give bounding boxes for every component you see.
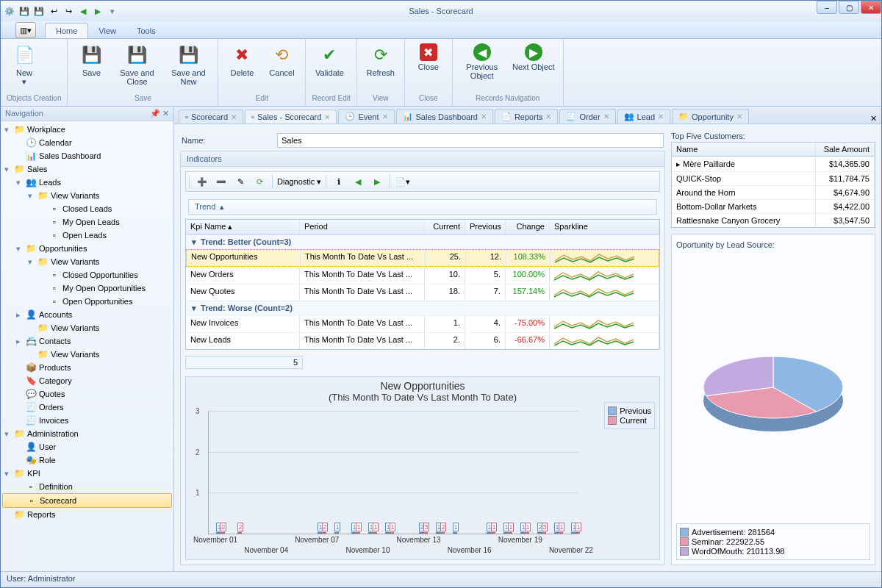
doc-tab[interactable]: ▫Scorecard✕ xyxy=(179,110,243,123)
save-button[interactable]: 💾Save xyxy=(74,42,109,77)
kpi-grid[interactable]: Kpi Name ▴PeriodCurrentPreviousChangeSpa… xyxy=(185,219,660,350)
redo-icon[interactable]: ↪ xyxy=(62,5,74,17)
close-window-button[interactable]: ✕ xyxy=(861,1,881,14)
qat-dropdown-icon[interactable]: ▾ xyxy=(107,5,118,17)
close-icon[interactable]: ✕ xyxy=(658,112,664,121)
prev-record-icon[interactable]: ◀ xyxy=(350,173,366,190)
customer-row[interactable]: Bottom-Dollar Markets$4,422.00 xyxy=(672,199,875,213)
group-by-header[interactable]: Trend ▴ xyxy=(188,199,657,215)
doc-tab[interactable]: 📁Opportunity✕ xyxy=(672,109,749,123)
tab-tools[interactable]: Tools xyxy=(126,24,166,38)
nav-item[interactable]: 📊Sales Dashboard xyxy=(2,149,172,162)
export-icon[interactable]: 📄▾ xyxy=(395,173,411,190)
refresh-button[interactable]: ⟳Refresh xyxy=(363,42,398,77)
ribbon: 📄New▾ Objects Creation 💾Save 💾Save and C… xyxy=(1,39,881,107)
name-input[interactable] xyxy=(277,133,664,148)
close-button[interactable]: ✖Close xyxy=(411,42,446,71)
close-icon[interactable]: ✕ xyxy=(545,112,551,121)
nav-item[interactable]: ▫Closed Leads xyxy=(2,202,172,215)
kpi-row[interactable]: New Opportunities This Month To Date Vs … xyxy=(186,249,659,267)
kpi-row[interactable]: New Orders This Month To Date Vs Last ..… xyxy=(186,267,659,284)
doc-tab[interactable]: 📄Reports✕ xyxy=(495,109,559,123)
nav-item[interactable]: ▾👥Leads xyxy=(2,176,172,189)
nav-item[interactable]: ▾📁Opportunities xyxy=(2,242,172,255)
customer-row[interactable]: ▸ Mère Paillarde$14,365.90 xyxy=(672,157,875,171)
info-icon[interactable]: ℹ xyxy=(331,173,347,190)
nav-item[interactable]: ▾📁Workplace xyxy=(2,123,172,136)
nav-item[interactable]: 📁View Variants xyxy=(2,321,172,334)
app-menu-button[interactable]: ▥▾ xyxy=(15,22,36,38)
nav-item[interactable]: 📦Products xyxy=(2,361,172,374)
tab-view[interactable]: View xyxy=(88,24,126,38)
doc-tab[interactable]: 👥Lead✕ xyxy=(617,109,670,123)
nav-item[interactable]: ▫Definition xyxy=(2,480,172,493)
customer-row[interactable]: QUICK-Stop$11,784.75 xyxy=(672,171,875,185)
doc-tab[interactable]: ▫Sales - Scorecard✕ xyxy=(245,110,337,123)
nav-item[interactable]: 🕒Calendar xyxy=(2,136,172,149)
next-object-button[interactable]: ▶Next Object xyxy=(510,42,557,71)
doc-tab[interactable]: 📊Sales Dashboard✕ xyxy=(396,109,493,123)
kpi-row[interactable]: New Leads This Month To Date Vs Last ...… xyxy=(186,332,659,349)
cancel-button[interactable]: ⟲Cancel xyxy=(264,42,299,77)
nav-item[interactable]: ▫Scorecard xyxy=(2,493,172,508)
navigation-tree[interactable]: ▾📁Workplace🕒Calendar📊Sales Dashboard▾📁Sa… xyxy=(1,121,173,571)
save-new-button[interactable]: 💾Save and New xyxy=(165,42,212,86)
edit-icon[interactable]: ✎ xyxy=(232,173,248,190)
nav-item[interactable]: ▫Open Opportunities xyxy=(2,295,172,308)
doc-tab[interactable]: 🧾Order✕ xyxy=(559,109,615,123)
close-icon[interactable]: ✕ xyxy=(603,112,609,121)
nav-item[interactable]: 💬Quotes xyxy=(2,387,172,401)
nav-item[interactable]: ▾📁KPI xyxy=(2,467,172,480)
undo-icon[interactable]: ↩ xyxy=(48,5,60,17)
close-icon[interactable]: ✕ xyxy=(481,112,487,121)
close-icon[interactable]: ✕ xyxy=(382,112,388,121)
nav-item[interactable]: 📁Reports xyxy=(2,508,172,521)
kpi-row[interactable]: New Quotes This Month To Date Vs Last ..… xyxy=(186,284,659,301)
add-icon[interactable]: ➕ xyxy=(194,173,210,190)
prev-icon[interactable]: ◀ xyxy=(77,5,89,17)
save-close-button[interactable]: 💾Save and Close xyxy=(113,42,160,86)
remove-icon[interactable]: ➖ xyxy=(213,173,229,190)
nav-item[interactable]: 👤User xyxy=(2,440,172,453)
nav-item[interactable]: ▫Closed Opportunities xyxy=(2,268,172,282)
nav-item[interactable]: 🎭Role xyxy=(2,453,172,467)
nav-item[interactable]: ▾📁Administration xyxy=(2,427,172,440)
nav-item[interactable]: 🔖Category xyxy=(2,374,172,387)
chart-legend: Previous Current xyxy=(604,402,655,429)
nav-item[interactable]: ▫My Open Opportunities xyxy=(2,282,172,295)
pin-icon[interactable]: 📌 ✕ xyxy=(150,109,169,118)
kpi-row[interactable]: New Invoices This Month To Date Vs Last … xyxy=(186,315,659,332)
diagnostic-dropdown[interactable]: Diagnostic ▾ xyxy=(277,177,321,187)
nav-item[interactable]: ▫My Open Leads xyxy=(2,215,172,229)
save-icon[interactable]: 💾 xyxy=(18,5,30,17)
minimize-button[interactable]: – xyxy=(817,1,837,14)
validate-button[interactable]: ✔Validate xyxy=(312,42,347,77)
nav-item[interactable]: ▾📁View Variants xyxy=(2,189,172,202)
top-customers-grid[interactable]: NameSale Amount▸ Mère Paillarde$14,365.9… xyxy=(671,142,875,228)
nav-item[interactable]: ▾📁View Variants xyxy=(2,255,172,268)
maximize-button[interactable]: ▢ xyxy=(839,1,859,14)
nav-item[interactable]: 🧾Orders xyxy=(2,401,172,414)
next-record-icon[interactable]: ▶ xyxy=(369,173,385,190)
delete-button[interactable]: ✖Delete xyxy=(224,42,259,77)
nav-item[interactable]: ▫Open Leads xyxy=(2,229,172,242)
doc-tab[interactable]: 🕒Event✕ xyxy=(338,109,394,123)
customer-row[interactable]: Around the Horn$4,674.90 xyxy=(672,185,875,199)
refresh-grid-icon[interactable]: ⟳ xyxy=(251,173,268,190)
nav-item[interactable]: 📁View Variants xyxy=(2,348,172,361)
close-icon[interactable]: ✕ xyxy=(324,113,330,121)
nav-item[interactable]: ▸👤Accounts xyxy=(2,308,172,321)
nav-item[interactable]: 🧾Invoices xyxy=(2,414,172,427)
gear-icon[interactable]: ⚙️ xyxy=(4,5,15,17)
tab-home[interactable]: Home xyxy=(45,23,88,38)
nav-item[interactable]: ▸📇Contacts xyxy=(2,334,172,348)
next-icon[interactable]: ▶ xyxy=(92,5,104,17)
close-icon[interactable]: ✕ xyxy=(736,112,742,121)
new-button[interactable]: 📄New▾ xyxy=(7,42,42,86)
nav-item[interactable]: ▾📁Sales xyxy=(2,162,172,176)
previous-object-button[interactable]: ◀Previous Object xyxy=(459,42,506,80)
close-all-icon[interactable]: ✕ xyxy=(870,114,877,123)
save-close-icon[interactable]: 💾 xyxy=(33,5,45,17)
close-icon[interactable]: ✕ xyxy=(231,113,237,121)
customer-row[interactable]: Rattlesnake Canyon Grocery$3,547.50 xyxy=(672,213,875,227)
